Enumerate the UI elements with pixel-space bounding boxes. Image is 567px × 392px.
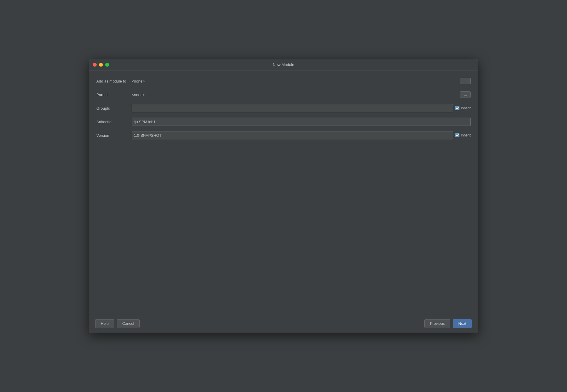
artifact-id-label: ArtifactId xyxy=(96,120,132,124)
add-as-module-row: Add as module to <none> ... xyxy=(96,76,471,86)
group-id-inherit-text: Inherit xyxy=(461,106,471,110)
maximize-button[interactable] xyxy=(105,63,109,67)
previous-button[interactable]: Previous xyxy=(424,319,451,328)
group-id-row: GroupId Inherit xyxy=(96,103,471,113)
add-as-module-browse-button[interactable]: ... xyxy=(460,78,471,84)
minimize-button[interactable] xyxy=(99,63,103,67)
parent-field: <none> ... xyxy=(132,91,471,98)
version-inherit-checkbox[interactable] xyxy=(455,133,459,137)
parent-value: <none> xyxy=(132,93,145,97)
footer-right-buttons: Previous Next xyxy=(424,319,472,328)
version-field: Inherit xyxy=(132,131,471,139)
close-button[interactable] xyxy=(93,63,97,67)
cancel-button[interactable]: Cancel xyxy=(117,319,140,328)
new-module-dialog: New Module Add as module to <none> ... P… xyxy=(89,59,478,333)
group-id-field: Inherit xyxy=(132,104,471,112)
footer-left-buttons: Help Cancel xyxy=(95,319,140,328)
add-as-module-field: <none> ... xyxy=(132,78,471,84)
next-button[interactable]: Next xyxy=(453,319,472,328)
version-inherit-label: Inherit xyxy=(455,133,471,137)
group-id-label: GroupId xyxy=(96,106,132,111)
group-id-input[interactable] xyxy=(132,104,453,112)
title-bar: New Module xyxy=(89,59,478,70)
add-as-module-value: <none> xyxy=(132,79,145,83)
parent-label: Parent xyxy=(96,93,132,97)
dialog-footer: Help Cancel Previous Next xyxy=(89,314,478,333)
group-id-inherit-label: Inherit xyxy=(455,106,471,110)
help-button[interactable]: Help xyxy=(95,319,114,328)
version-input[interactable] xyxy=(132,131,453,139)
group-id-inherit-checkbox[interactable] xyxy=(455,106,459,110)
dialog-title: New Module xyxy=(273,62,294,67)
add-as-module-label: Add as module to xyxy=(96,79,132,83)
artifact-id-row: ArtifactId xyxy=(96,117,471,126)
window-controls xyxy=(93,63,109,67)
parent-browse-button[interactable]: ... xyxy=(460,91,471,98)
version-inherit-text: Inherit xyxy=(461,133,471,137)
parent-row: Parent <none> ... xyxy=(96,90,471,99)
artifact-id-input[interactable] xyxy=(132,118,471,126)
artifact-id-field xyxy=(132,118,471,126)
form-content: Add as module to <none> ... Parent <none… xyxy=(89,70,478,314)
version-label: Version xyxy=(96,133,132,138)
version-row: Version Inherit xyxy=(96,131,471,140)
